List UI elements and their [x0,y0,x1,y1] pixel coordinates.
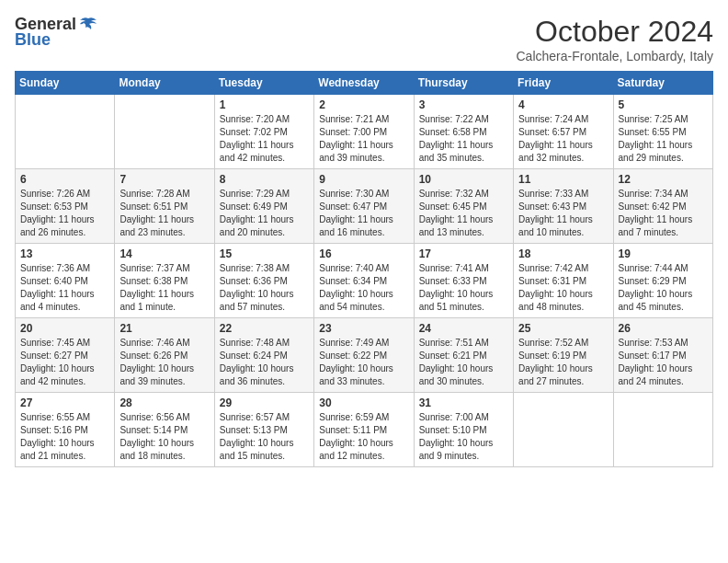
day-number: 7 [119,173,209,186]
day-detail: Sunrise: 7:24 AM Sunset: 6:57 PM Dayligh… [518,113,608,165]
day-number: 17 [419,247,508,260]
day-detail: Sunrise: 7:40 AM Sunset: 6:34 PM Dayligh… [319,262,408,314]
day-detail: Sunrise: 7:44 AM Sunset: 6:29 PM Dayligh… [619,262,708,314]
weekday-header-tuesday: Tuesday [214,72,313,95]
calendar-cell: 23Sunrise: 7:49 AM Sunset: 6:22 PM Dayli… [314,318,414,393]
logo-blue-text: Blue [15,30,51,50]
weekday-header-thursday: Thursday [414,72,513,95]
day-detail: Sunrise: 7:41 AM Sunset: 6:33 PM Dayligh… [419,262,508,314]
calendar-cell: 12Sunrise: 7:34 AM Sunset: 6:42 PM Dayli… [613,169,712,244]
day-number: 6 [20,173,109,186]
day-detail: Sunrise: 6:59 AM Sunset: 5:11 PM Dayligh… [319,411,408,463]
calendar-cell: 10Sunrise: 7:32 AM Sunset: 6:45 PM Dayli… [414,169,513,244]
day-detail: Sunrise: 7:36 AM Sunset: 6:40 PM Dayligh… [20,262,109,314]
calendar-cell: 19Sunrise: 7:44 AM Sunset: 6:29 PM Dayli… [613,244,712,318]
day-detail: Sunrise: 7:53 AM Sunset: 6:17 PM Dayligh… [619,337,708,388]
calendar-cell: 25Sunrise: 7:52 AM Sunset: 6:19 PM Dayli… [514,318,613,393]
title-area: October 2024 Calchera-Frontale, Lombardy… [517,15,714,63]
calendar-cell: 14Sunrise: 7:37 AM Sunset: 6:38 PM Dayli… [115,244,214,318]
header: General Blue October 2024 Calchera-Front… [15,15,713,63]
day-detail: Sunrise: 7:26 AM Sunset: 6:53 PM Dayligh… [20,188,109,239]
calendar-cell [613,393,712,467]
day-detail: Sunrise: 7:51 AM Sunset: 6:21 PM Dayligh… [419,337,508,388]
calendar-cell: 5Sunrise: 7:25 AM Sunset: 6:55 PM Daylig… [613,95,712,169]
day-detail: Sunrise: 7:28 AM Sunset: 6:51 PM Dayligh… [119,188,209,239]
day-detail: Sunrise: 7:38 AM Sunset: 6:36 PM Dayligh… [220,262,309,314]
calendar-cell: 1Sunrise: 7:20 AM Sunset: 7:02 PM Daylig… [214,95,313,169]
day-number: 27 [20,396,109,409]
calendar-cell [514,393,613,467]
logo-bird-icon [78,17,98,33]
calendar-cell: 29Sunrise: 6:57 AM Sunset: 5:13 PM Dayli… [214,393,313,467]
day-number: 16 [319,247,408,260]
calendar-cell: 7Sunrise: 7:28 AM Sunset: 6:51 PM Daylig… [115,169,214,244]
weekday-header-wednesday: Wednesday [314,72,414,95]
day-number: 9 [319,173,408,186]
calendar-cell: 24Sunrise: 7:51 AM Sunset: 6:21 PM Dayli… [414,318,513,393]
calendar-cell: 13Sunrise: 7:36 AM Sunset: 6:40 PM Dayli… [16,244,115,318]
day-number: 28 [119,396,209,409]
day-number: 29 [220,396,309,409]
day-detail: Sunrise: 7:25 AM Sunset: 6:55 PM Dayligh… [619,113,708,165]
calendar-table: SundayMondayTuesdayWednesdayThursdayFrid… [15,71,713,467]
day-detail: Sunrise: 7:20 AM Sunset: 7:02 PM Dayligh… [220,113,309,165]
day-number: 19 [619,247,708,260]
day-detail: Sunrise: 7:52 AM Sunset: 6:19 PM Dayligh… [518,337,608,388]
calendar-cell: 28Sunrise: 6:56 AM Sunset: 5:14 PM Dayli… [115,393,214,467]
day-detail: Sunrise: 7:33 AM Sunset: 6:43 PM Dayligh… [518,188,608,239]
calendar-cell: 22Sunrise: 7:48 AM Sunset: 6:24 PM Dayli… [214,318,313,393]
day-number: 22 [220,322,309,335]
day-number: 20 [20,322,109,335]
calendar-cell: 27Sunrise: 6:55 AM Sunset: 5:16 PM Dayli… [16,393,115,467]
calendar-cell: 31Sunrise: 7:00 AM Sunset: 5:10 PM Dayli… [414,393,513,467]
day-number: 30 [319,396,408,409]
day-number: 18 [518,247,608,260]
calendar-week-row: 6Sunrise: 7:26 AM Sunset: 6:53 PM Daylig… [16,169,713,244]
day-number: 23 [319,322,408,335]
weekday-header-sunday: Sunday [16,72,115,95]
weekday-header-monday: Monday [115,72,214,95]
day-detail: Sunrise: 7:34 AM Sunset: 6:42 PM Dayligh… [619,188,708,239]
day-detail: Sunrise: 7:42 AM Sunset: 6:31 PM Dayligh… [518,262,608,314]
logo: General Blue [15,15,98,50]
calendar-cell: 16Sunrise: 7:40 AM Sunset: 6:34 PM Dayli… [314,244,414,318]
calendar-cell: 17Sunrise: 7:41 AM Sunset: 6:33 PM Dayli… [414,244,513,318]
calendar-cell: 3Sunrise: 7:22 AM Sunset: 6:58 PM Daylig… [414,95,513,169]
day-number: 5 [619,98,708,111]
day-detail: Sunrise: 6:57 AM Sunset: 5:13 PM Dayligh… [220,411,309,463]
day-number: 13 [20,247,109,260]
day-number: 3 [419,98,508,111]
calendar-cell: 20Sunrise: 7:45 AM Sunset: 6:27 PM Dayli… [16,318,115,393]
day-number: 8 [220,173,309,186]
calendar-cell: 18Sunrise: 7:42 AM Sunset: 6:31 PM Dayli… [514,244,613,318]
day-number: 1 [220,98,309,111]
day-detail: Sunrise: 7:48 AM Sunset: 6:24 PM Dayligh… [220,337,309,388]
day-number: 10 [419,173,508,186]
calendar-cell: 26Sunrise: 7:53 AM Sunset: 6:17 PM Dayli… [613,318,712,393]
weekday-header-friday: Friday [514,72,613,95]
calendar-cell: 9Sunrise: 7:30 AM Sunset: 6:47 PM Daylig… [314,169,414,244]
calendar-cell: 4Sunrise: 7:24 AM Sunset: 6:57 PM Daylig… [514,95,613,169]
calendar-week-row: 20Sunrise: 7:45 AM Sunset: 6:27 PM Dayli… [16,318,713,393]
day-detail: Sunrise: 7:21 AM Sunset: 7:00 PM Dayligh… [319,113,408,165]
calendar-week-row: 27Sunrise: 6:55 AM Sunset: 5:16 PM Dayli… [16,393,713,467]
day-number: 15 [220,247,309,260]
calendar-cell [16,95,115,169]
day-detail: Sunrise: 7:30 AM Sunset: 6:47 PM Dayligh… [319,188,408,239]
day-number: 12 [619,173,708,186]
day-number: 2 [319,98,408,111]
day-detail: Sunrise: 6:56 AM Sunset: 5:14 PM Dayligh… [119,411,209,463]
day-detail: Sunrise: 7:29 AM Sunset: 6:49 PM Dayligh… [220,188,309,239]
calendar-cell: 15Sunrise: 7:38 AM Sunset: 6:36 PM Dayli… [214,244,313,318]
day-detail: Sunrise: 7:22 AM Sunset: 6:58 PM Dayligh… [419,113,508,165]
day-number: 25 [518,322,608,335]
calendar-cell: 21Sunrise: 7:46 AM Sunset: 6:26 PM Dayli… [115,318,214,393]
day-number: 11 [518,173,608,186]
weekday-header-saturday: Saturday [613,72,712,95]
day-detail: Sunrise: 7:49 AM Sunset: 6:22 PM Dayligh… [319,337,408,388]
day-detail: Sunrise: 6:55 AM Sunset: 5:16 PM Dayligh… [20,411,109,463]
calendar-cell: 2Sunrise: 7:21 AM Sunset: 7:00 PM Daylig… [314,95,414,169]
calendar-week-row: 13Sunrise: 7:36 AM Sunset: 6:40 PM Dayli… [16,244,713,318]
day-detail: Sunrise: 7:45 AM Sunset: 6:27 PM Dayligh… [20,337,109,388]
month-title: October 2024 [517,15,714,49]
